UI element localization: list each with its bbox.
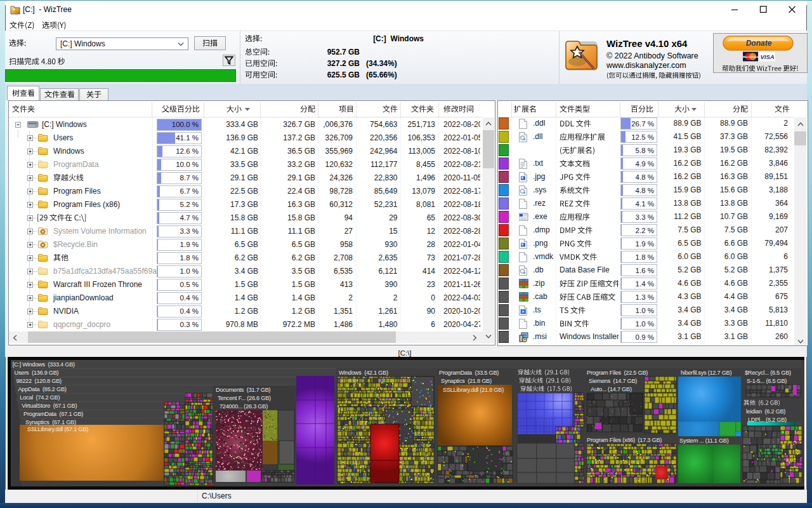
svg-text:VISA: VISA (760, 53, 774, 60)
svg-text:MasterCard: MasterCard (743, 55, 758, 58)
